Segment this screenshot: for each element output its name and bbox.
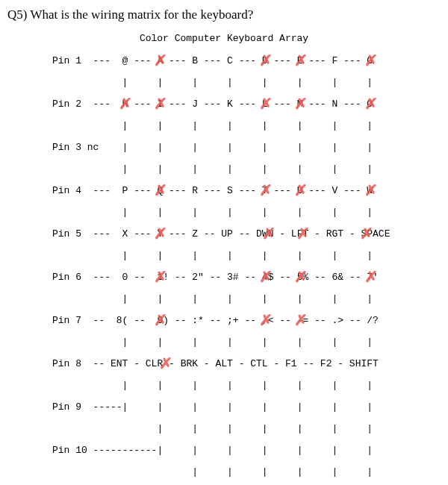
matrix-container: Pin 1 --- @ --- A --- B --- C --- D --- … — [52, 50, 396, 485]
keyboard-matrix: Pin 1 --- @ --- A --- B --- C --- D --- … — [52, 50, 396, 485]
question-text: Q5) What is the wiring matrix for the ke… — [7, 7, 441, 22]
matrix-title: Color Computer Keyboard Array — [60, 33, 388, 44]
